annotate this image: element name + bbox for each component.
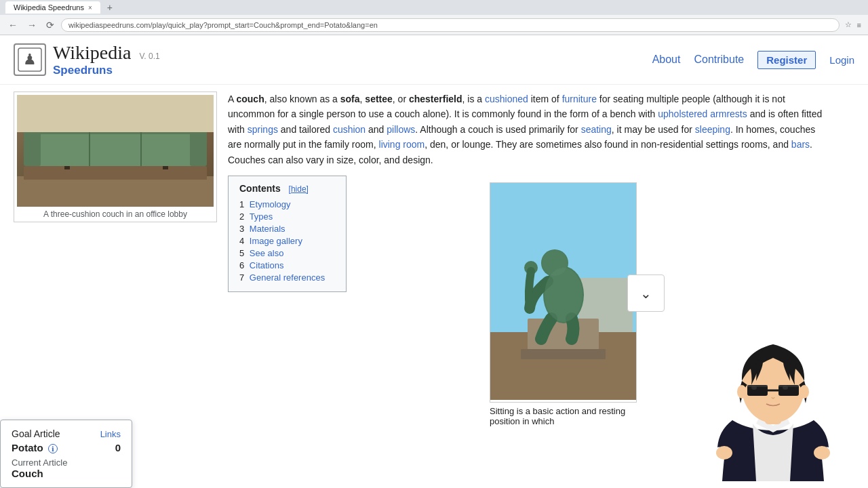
list-item: 6 Citations: [239, 260, 335, 270]
cushioned-link[interactable]: cushioned: [485, 94, 528, 104]
site-header: ♟ Wikipedia V. 0.1 Speedruns About Contr…: [0, 35, 868, 85]
url-text: wikipediaspeedruns.com/play/quick_play?p…: [68, 21, 378, 29]
contents-list: 1 Etymology 2 Types 3 Materials 4 Image …: [239, 199, 335, 283]
svg-point-34: [800, 385, 809, 399]
svg-point-33: [737, 385, 747, 399]
about-link[interactable]: About: [652, 54, 681, 66]
browser-toolbar: ☆ ≡: [844, 19, 863, 30]
site-name: Wikipedia V. 0.1: [53, 42, 160, 64]
site-name-group: Wikipedia V. 0.1 Speedruns: [53, 42, 160, 77]
is-a-text: , is a: [462, 94, 485, 104]
browser-tab[interactable]: Wikipedia Speedruns ×: [5, 1, 100, 14]
contents-gallery-link[interactable]: Image gallery: [250, 236, 302, 246]
contribute-link[interactable]: Contribute: [694, 54, 744, 66]
svg-rect-3: [24, 166, 207, 186]
living-room-link[interactable]: living room: [379, 139, 425, 150]
site-subtitle: Speedruns: [53, 64, 160, 77]
star-icon[interactable]: ☆: [844, 19, 853, 30]
tab-close-button[interactable]: ×: [88, 4, 92, 12]
browser-chrome: Wikipedia Speedruns × +: [0, 0, 868, 15]
thinker-section: Sitting is a basic action and resting po…: [490, 182, 637, 426]
links-label: Links: [100, 429, 121, 433]
list-item: 1 Etymology: [239, 199, 335, 209]
svg-text:♟: ♟: [23, 51, 37, 68]
tab-title: Wikipedia Speedruns: [14, 3, 84, 12]
couch-svg: [17, 95, 214, 207]
svg-point-22: [545, 268, 583, 322]
item-of-text: item of: [528, 94, 562, 104]
svg-rect-13: [17, 95, 214, 132]
intro-text-2: , also known as a: [264, 94, 340, 104]
goal-row: Goal Article Links: [12, 428, 121, 433]
sitting-bold: Sitting: [490, 406, 514, 416]
list-item: 5 See also: [239, 248, 335, 258]
logo-area: ♟ Wikipedia V. 0.1 Speedruns: [14, 42, 160, 77]
contents-types-link[interactable]: Types: [250, 211, 273, 222]
list-item: 4 Image gallery: [239, 236, 335, 246]
contents-etymology-link[interactable]: Etymology: [250, 199, 291, 209]
contents-references-link[interactable]: General references: [250, 272, 325, 283]
furniture-link[interactable]: furniture: [562, 94, 597, 104]
contents-citations-link[interactable]: Citations: [250, 260, 284, 270]
logo-icon: ♟: [14, 43, 46, 76]
upholstered-link[interactable]: upholstered armrests: [658, 108, 747, 119]
chesterfield-term: chesterfield: [409, 94, 462, 104]
couch-caption: A three-cushion couch in an office lobby: [17, 209, 214, 219]
couch-image: [17, 95, 214, 207]
dropdown-button[interactable]: ⌄: [627, 274, 665, 312]
contents-materials-link[interactable]: Materials: [250, 224, 285, 234]
or-text: , or: [393, 94, 409, 104]
login-link[interactable]: Login: [829, 54, 854, 66]
rooms-text: rooms, and: [738, 139, 791, 150]
cushion-link[interactable]: cushion: [333, 124, 366, 135]
couch-term: couch: [236, 94, 264, 104]
new-tab-button[interactable]: +: [104, 2, 115, 13]
dropdown-container: ⌄: [627, 274, 665, 312]
browser-nav: ← → ⟳ wikipediaspeedruns.com/play/quick_…: [0, 15, 868, 35]
svg-rect-32: [778, 385, 799, 387]
den-text: , den, or lounge. They are sometimes als…: [425, 139, 738, 150]
svg-rect-7: [31, 132, 200, 166]
sofa-term: sofa: [340, 94, 360, 104]
settee-term: settee: [365, 94, 392, 104]
svg-rect-2: [17, 176, 214, 207]
svg-point-23: [542, 250, 568, 276]
may-be-text: , it may be used for: [612, 124, 695, 135]
register-link[interactable]: Register: [757, 51, 816, 69]
seating-link[interactable]: seating: [581, 124, 612, 135]
sitting-caption: Sitting is a basic action and resting po…: [490, 406, 635, 426]
bars-link[interactable]: bars: [791, 139, 810, 150]
sleeping-link[interactable]: sleeping: [695, 124, 730, 135]
tailored-text: and tailored: [278, 124, 333, 135]
springs-link[interactable]: springs: [248, 124, 278, 135]
refresh-button[interactable]: ⟳: [43, 18, 57, 32]
svg-rect-31: [747, 385, 768, 387]
version-label: V. 0.1: [139, 52, 159, 61]
mascot-container: [692, 325, 868, 433]
pillows-link[interactable]: pillows: [387, 124, 415, 135]
contents-seealso-link[interactable]: See also: [250, 248, 284, 258]
mascot-svg: [692, 325, 854, 433]
address-bar[interactable]: wikipediaspeedruns.com/play/quick_play?p…: [61, 18, 840, 32]
goal-box: Goal Article Links Potato ℹ 0 Current Ar…: [0, 420, 132, 433]
goal-label: Goal Article: [12, 428, 60, 433]
thinker-image-container: [490, 182, 637, 403]
header-navigation: About Contribute Register Login: [652, 51, 854, 69]
logo-svg: ♟: [17, 47, 43, 73]
forward-button[interactable]: →: [24, 18, 39, 32]
couch-image-container: A three-cushion couch in an office lobby: [14, 92, 217, 222]
although-text: . Although a couch is used primarily for: [415, 124, 580, 135]
menu-icon[interactable]: ≡: [856, 20, 863, 30]
intro-text: A: [228, 94, 236, 104]
svg-rect-18: [521, 349, 606, 359]
back-button[interactable]: ←: [5, 18, 20, 32]
contents-title: Contents [hide]: [239, 183, 335, 194]
list-item: 3 Materials: [239, 224, 335, 234]
contents-box: Contents [hide] 1 Etymology 2 Types 3 Ma…: [228, 176, 347, 292]
and-text: and: [366, 124, 387, 135]
contents-hide-link[interactable]: [hide]: [289, 184, 309, 194]
thinker-svg: [490, 183, 636, 400]
list-item: 7 General references: [239, 272, 335, 283]
list-item: 2 Types: [239, 211, 335, 222]
